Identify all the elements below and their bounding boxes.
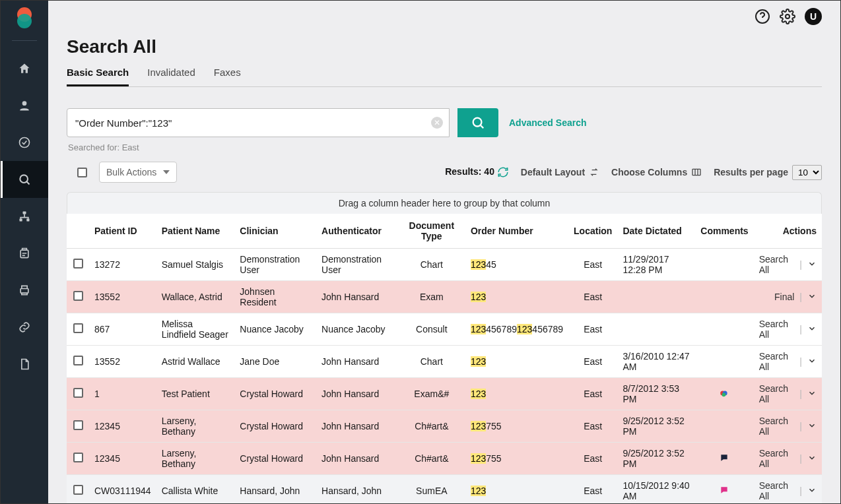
nav-target[interactable] [1,124,48,161]
clear-icon[interactable]: ✕ [431,117,443,129]
row-checkbox[interactable] [73,420,83,430]
action-link[interactable]: Search All [759,480,795,501]
nav-org[interactable] [1,198,48,235]
cell-comments[interactable] [695,410,753,443]
table-row[interactable]: 13272Samuel StalgisDemonstration UserDem… [67,249,822,281]
row-checkbox[interactable] [73,323,83,333]
col-date-dictated[interactable]: Date Dictated [617,214,695,249]
search-button[interactable] [457,108,498,137]
nav-doc[interactable] [1,346,48,383]
chevron-down-icon[interactable] [807,292,817,303]
cell-actions: Search All| [754,313,822,346]
svg-rect-11 [692,169,700,175]
nav-home[interactable] [1,50,48,87]
chevron-down-icon[interactable] [807,324,817,335]
col-document-type[interactable]: Document Type [398,214,465,249]
cell-location: East [568,410,617,443]
action-link[interactable]: Final [774,292,794,302]
cell-authenticator: John Hansard [316,281,398,313]
nav-search[interactable] [1,161,48,198]
col-comments[interactable]: Comments [695,214,753,249]
table-row[interactable]: 13552Wallace, AstridJohnsen ResidentJohn… [67,281,822,313]
cell-actions: Search All| [754,249,822,281]
cell-date: 9/25/2012 3:52 PM [617,410,695,443]
cell-comments[interactable] [695,249,753,281]
rpp-select[interactable]: 10 [792,165,822,180]
cell-actions: Search All| [754,378,822,410]
cell-comments[interactable] [695,378,753,410]
col-actions[interactable]: Actions [754,214,822,249]
cell-clinician: Crystal Howard [234,410,316,443]
action-link[interactable]: Search All [759,254,795,275]
tab-invalidated[interactable]: Invalidated [147,61,195,86]
cell-location: East [568,281,617,313]
chevron-down-icon[interactable] [807,453,817,464]
select-all-checkbox[interactable] [77,168,87,177]
table-row[interactable]: 12345Larseny, BethanyCrystal HowardJohn … [67,443,822,475]
row-checkbox[interactable] [73,291,83,301]
chevron-down-icon[interactable] [807,356,817,367]
group-hint[interactable]: Drag a column header here to group by th… [67,192,822,214]
row-checkbox[interactable] [73,388,83,398]
divider [12,40,37,41]
cell-doc-type: Ch#art& [398,443,465,475]
chevron-down-icon[interactable] [807,389,817,400]
tab-basic-search[interactable]: Basic Search [67,61,129,86]
cell-authenticator: Demonstration User [316,249,398,281]
action-link[interactable]: Search All [759,351,795,372]
cell-comments[interactable] [695,443,753,475]
cell-clinician: Crystal Howard [234,378,316,410]
cell-order-number: 123 [465,378,568,410]
cell-doc-type: Ch#art& [398,410,465,443]
action-link[interactable]: Search All [759,383,795,404]
table-row[interactable]: CW03111944Callista WhiteHansard, JohnHan… [67,475,822,504]
col-clinician[interactable]: Clinician [234,214,316,249]
action-link[interactable]: Search All [759,319,795,340]
nav-user[interactable] [1,87,48,124]
refresh-icon[interactable] [497,166,509,178]
nav-fax[interactable] [1,235,48,272]
choose-columns[interactable]: Choose Columns [611,167,702,177]
cell-clinician: Johnsen Resident [234,281,316,313]
settings-icon[interactable] [780,9,795,24]
row-checkbox[interactable] [73,259,83,268]
cell-location: East [568,346,617,378]
chevron-down-icon[interactable] [807,486,817,497]
cell-comments[interactable] [695,346,753,378]
search-input[interactable] [67,108,450,137]
default-layout[interactable]: Default Layout [521,167,599,177]
tab-faxes[interactable]: Faxes [214,61,241,86]
table-row[interactable]: 12345Larseny, BethanyCrystal HowardJohn … [67,410,822,443]
table-row[interactable]: 1Test PatientCrystal HowardJohn HansardE… [67,378,822,410]
col-location[interactable]: Location [568,214,617,249]
svg-rect-5 [26,218,29,221]
nav-print[interactable] [1,272,48,309]
advanced-search-link[interactable]: Advanced Search [509,117,587,128]
cell-date [617,281,695,313]
col-order-number[interactable]: Order Number [465,214,568,249]
action-link[interactable]: Search All [759,448,795,469]
chevron-down-icon[interactable] [807,259,817,270]
col-patient-id[interactable]: Patient ID [89,214,156,249]
cell-comments[interactable] [695,313,753,346]
svg-rect-3 [23,212,26,214]
help-icon[interactable] [755,9,770,24]
row-checkbox[interactable] [73,356,83,365]
action-link[interactable]: Search All [759,416,795,437]
table-row[interactable]: 13552Astrid WallaceJane DoeJohn HansardC… [67,346,822,378]
cell-doc-type: Exam&# [398,378,465,410]
cell-comments[interactable] [695,281,753,313]
nav-link[interactable] [1,309,48,346]
row-checkbox[interactable] [73,453,83,462]
chevron-down-icon[interactable] [807,421,817,432]
cell-actions: Search All| [754,346,822,378]
avatar[interactable]: U [805,8,822,25]
cell-location: East [568,475,617,504]
row-checkbox[interactable] [73,485,83,495]
col-authenticator[interactable]: Authenticator [316,214,398,249]
svg-point-2 [20,175,28,183]
cell-comments[interactable] [695,475,753,504]
bulk-actions-dropdown[interactable]: Bulk Actions [99,162,177,183]
table-row[interactable]: 867Melissa Lindfield SeagerNuance Jacoby… [67,313,822,346]
col-patient-name[interactable]: Patient Name [156,214,235,249]
